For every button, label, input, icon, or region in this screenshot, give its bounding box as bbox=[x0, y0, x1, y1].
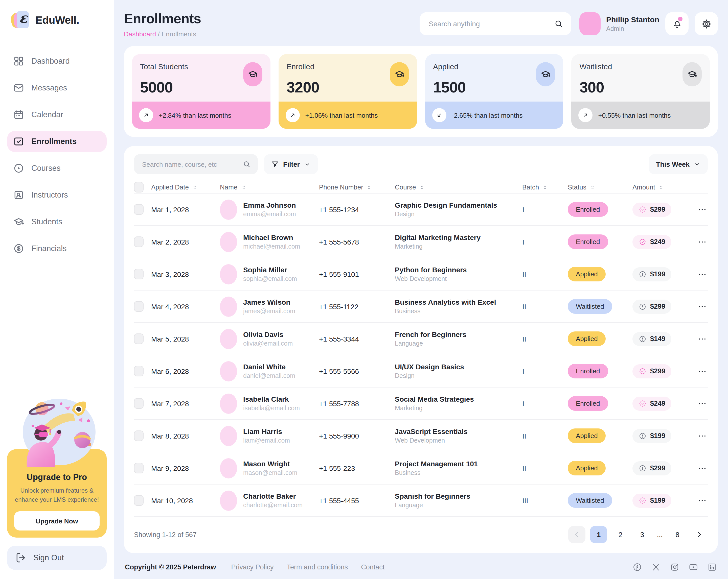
amount-badge: $199 bbox=[632, 493, 671, 507]
notifications-button[interactable] bbox=[665, 12, 688, 35]
row-checkbox[interactable] bbox=[134, 301, 144, 312]
global-search-input[interactable] bbox=[428, 19, 549, 28]
row-menu-button[interactable] bbox=[696, 235, 708, 249]
chevron-down-icon bbox=[694, 161, 701, 168]
footer: Copyright © 2025 Peterdraw Privacy Polic… bbox=[124, 560, 718, 575]
student-email: emma@email.com bbox=[243, 211, 296, 218]
column-label: Phone Number bbox=[319, 184, 363, 191]
select-all-checkbox[interactable] bbox=[134, 182, 144, 193]
settings-button[interactable] bbox=[695, 12, 718, 35]
pagination-page-3[interactable]: 3 bbox=[634, 526, 651, 543]
youtube-icon[interactable] bbox=[688, 562, 698, 572]
status-badge: Enrolled bbox=[568, 364, 608, 379]
sidebar-item-dashboard[interactable]: Dashboard bbox=[7, 51, 107, 72]
brand-name: EduWell. bbox=[35, 14, 79, 26]
column-header-batch[interactable]: Batch bbox=[522, 184, 568, 191]
row-menu-button[interactable] bbox=[696, 267, 708, 281]
stat-value: 300 bbox=[580, 79, 612, 96]
footer-link-contact[interactable]: Contact bbox=[361, 563, 385, 571]
column-header-course[interactable]: Course bbox=[395, 184, 522, 191]
cell-course: JavaScript EssentialsWeb Developmen bbox=[395, 428, 522, 444]
sidebar-item-label: Courses bbox=[31, 164, 60, 173]
row-checkbox[interactable] bbox=[134, 204, 144, 215]
graduation-cap-icon bbox=[541, 69, 551, 79]
table-body: Mar 1, 2028Emma Johnsonemma@email.com+1 … bbox=[134, 193, 708, 517]
row-menu-button[interactable] bbox=[696, 429, 708, 443]
sidebar-item-students[interactable]: Students bbox=[7, 211, 107, 232]
row-checkbox[interactable] bbox=[134, 398, 144, 409]
pagination-page-2[interactable]: 2 bbox=[612, 526, 629, 543]
row-checkbox[interactable] bbox=[134, 333, 144, 344]
row-menu-button[interactable] bbox=[696, 461, 708, 475]
cell-batch: III bbox=[522, 496, 568, 504]
sidebar-item-courses[interactable]: Courses bbox=[7, 158, 107, 179]
cell-batch: II bbox=[522, 270, 568, 278]
column-header-amount[interactable]: Amount bbox=[632, 184, 696, 191]
column-header-name[interactable]: Name bbox=[220, 184, 319, 191]
table-search-input[interactable] bbox=[141, 160, 239, 168]
x-icon[interactable] bbox=[651, 562, 661, 572]
course-title: Business Analytics with Excel bbox=[395, 298, 522, 306]
column-header-status[interactable]: Status bbox=[568, 184, 632, 191]
facebook-icon[interactable] bbox=[632, 562, 642, 572]
sidebar-item-messages[interactable]: Messages bbox=[7, 77, 107, 99]
cell-phone: +1 555-7788 bbox=[319, 399, 395, 408]
row-menu-button[interactable] bbox=[696, 202, 708, 217]
course-category: Design bbox=[395, 373, 522, 380]
row-menu-button[interactable] bbox=[696, 396, 708, 411]
status-badge: Waitlisted bbox=[568, 493, 612, 508]
sign-out-button[interactable]: Sign Out bbox=[7, 546, 107, 570]
stat-value: 3200 bbox=[287, 79, 319, 96]
footer-link-term-and-conditions[interactable]: Term and conditions bbox=[287, 563, 348, 571]
row-checkbox[interactable] bbox=[134, 366, 144, 377]
course-category: Web Development bbox=[395, 275, 522, 282]
avatar bbox=[220, 393, 237, 414]
upgrade-now-button[interactable]: Upgrade Now bbox=[14, 511, 100, 530]
stat-icon-pill bbox=[243, 62, 262, 86]
table-row: Mar 5, 2028Olivia Davisolivia@email.com+… bbox=[134, 323, 708, 355]
column-header-applied-date[interactable]: Applied Date bbox=[151, 184, 220, 191]
sidebar-item-calendar[interactable]: Calendar bbox=[7, 104, 107, 125]
footer-link-privacy-policy[interactable]: Privacy Policy bbox=[231, 563, 274, 571]
row-checkbox[interactable] bbox=[134, 431, 144, 441]
user-profile[interactable]: Phillip Stanton Admin bbox=[579, 12, 659, 35]
row-checkbox[interactable] bbox=[134, 237, 144, 247]
stat-label: Waitlisted bbox=[580, 62, 612, 71]
upgrade-subtitle: Unlock premium features & enhance your L… bbox=[14, 486, 100, 504]
row-menu-button[interactable] bbox=[696, 364, 708, 378]
student-email: michael@email.com bbox=[243, 243, 300, 250]
status-badge: Applied bbox=[568, 461, 606, 475]
search-icon bbox=[554, 19, 563, 28]
row-checkbox[interactable] bbox=[134, 463, 144, 473]
status-badge: Applied bbox=[568, 331, 606, 346]
row-checkbox[interactable] bbox=[134, 495, 144, 506]
pagination-next-button[interactable] bbox=[691, 526, 708, 543]
row-menu-button[interactable] bbox=[696, 299, 708, 313]
calendar-icon bbox=[13, 109, 24, 120]
sidebar-item-instructors[interactable]: Instructors bbox=[7, 185, 107, 205]
row-menu-button[interactable] bbox=[696, 332, 708, 346]
column-header-phone-number[interactable]: Phone Number bbox=[319, 184, 395, 191]
filter-button[interactable]: Filter bbox=[264, 154, 318, 174]
pagination-prev-button[interactable] bbox=[569, 526, 586, 543]
breadcrumb-dashboard-link[interactable]: Dashboard bbox=[124, 30, 156, 38]
name-text: Michael Brownmichael@email.com bbox=[243, 233, 300, 250]
sidebar-item-financials[interactable]: Financials bbox=[7, 238, 107, 259]
enrollments-table-panel: Filter This Week Applied DateNamePhone N… bbox=[124, 146, 718, 553]
sidebar-item-enrollments[interactable]: Enrollments bbox=[7, 131, 107, 152]
avatar bbox=[220, 232, 237, 252]
check-square-icon bbox=[13, 136, 24, 147]
row-menu-button[interactable] bbox=[696, 493, 708, 507]
student-name: Charlotte Baker bbox=[243, 492, 303, 500]
row-checkbox[interactable] bbox=[134, 269, 144, 279]
trend-circle bbox=[579, 108, 593, 122]
page-heading: Enrollments Dashboard / Enrollments bbox=[124, 11, 201, 38]
pagination-page-1[interactable]: 1 bbox=[590, 526, 607, 543]
linkedin-icon[interactable] bbox=[707, 562, 717, 572]
pagination-page-8[interactable]: 8 bbox=[669, 526, 686, 543]
amount-value: $249 bbox=[650, 238, 665, 246]
sort-icon bbox=[419, 184, 425, 190]
instagram-icon[interactable] bbox=[670, 562, 679, 572]
period-select[interactable]: This Week bbox=[649, 154, 708, 174]
table-search bbox=[134, 154, 258, 174]
